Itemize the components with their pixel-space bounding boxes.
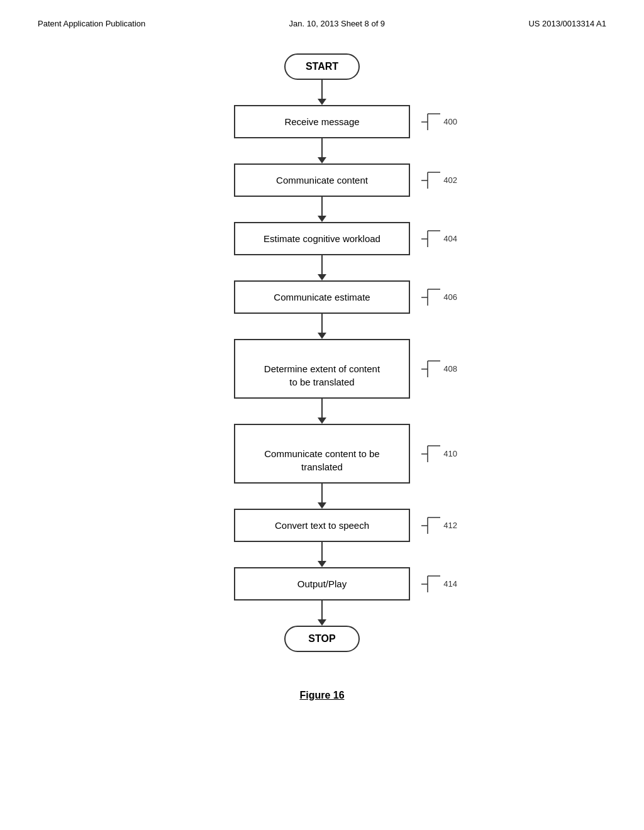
node-408: Determine extent of content to be transl… [234,339,410,399]
ref-406: 406 [418,288,457,307]
node-414-label: Output/Play [297,578,347,589]
ref-412: 412 [418,516,457,535]
ref-402: 402 [418,171,457,190]
node-412-label: Convert text to speech [275,520,369,531]
stop-node-wrapper: STOP [284,626,360,652]
node-406-wrapper: Communicate estimate 406 [234,280,410,314]
arrow-line-8 [321,542,323,561]
arrow-line-2 [321,138,323,157]
node-400-label: Receive message [284,116,359,127]
node-404-label: Estimate cognitive workload [264,233,380,244]
ref-400-label: 400 [443,117,457,126]
arrow-head-2 [318,157,326,163]
arrow-line-7 [321,484,323,502]
ref-408: 408 [418,360,457,379]
stop-node: STOP [284,626,360,652]
arrow-head-8 [318,561,326,567]
node-406-label: Communicate estimate [274,292,370,302]
ref-412-label: 412 [443,521,457,530]
flowchart: START Receive message 400 [234,53,410,652]
header-right: US 2013/0013314 A1 [528,19,606,28]
start-node-wrapper: START [284,53,360,80]
arrow-9 [318,600,326,626]
diagram-container: START Receive message 400 [38,53,606,652]
node-404: Estimate cognitive workload [234,222,410,255]
arrow-4 [318,255,326,280]
arrow-head-9 [318,619,326,626]
arrow-line-1 [321,80,323,99]
arrow-line-3 [321,197,323,216]
arrow-head-4 [318,274,326,280]
page-header: Patent Application Publication Jan. 10, … [38,19,606,28]
arrow-5 [318,314,326,339]
ref-406-label: 406 [443,292,457,302]
ref-410: 410 [418,445,457,463]
arrow-head-6 [318,418,326,424]
ref-414-label: 414 [443,579,457,589]
arrow-2 [318,138,326,163]
start-node: START [284,53,360,80]
node-408-wrapper: Determine extent of content to be transl… [234,339,410,399]
arrow-8 [318,542,326,567]
arrow-head-7 [318,502,326,509]
node-400-wrapper: Receive message 400 [234,105,410,138]
node-402-label: Communicate content [276,175,368,185]
arrow-line-5 [321,314,323,333]
node-410-label: Communicate content to be translated [264,448,379,472]
start-label: START [306,61,338,72]
header-left: Patent Application Publication [38,19,145,28]
node-402-wrapper: Communicate content 402 [234,163,410,197]
node-412: Convert text to speech [234,509,410,542]
ref-404-label: 404 [443,234,457,243]
ref-414: 414 [418,575,457,594]
node-400: Receive message [234,105,410,138]
node-414-wrapper: Output/Play 414 [234,567,410,600]
page: Patent Application Publication Jan. 10, … [0,0,644,830]
arrow-line-9 [321,600,323,619]
node-412-wrapper: Convert text to speech 412 [234,509,410,542]
header-center: Jan. 10, 2013 Sheet 8 of 9 [289,19,386,28]
node-410-wrapper: Communicate content to be translated 410 [234,424,410,484]
node-406: Communicate estimate [234,280,410,314]
node-414: Output/Play [234,567,410,600]
ref-400: 400 [418,113,457,131]
arrow-head-5 [318,333,326,339]
ref-402-label: 402 [443,175,457,185]
node-410: Communicate content to be translated [234,424,410,484]
node-402: Communicate content [234,163,410,197]
ref-410-label: 410 [443,449,457,458]
ref-404: 404 [418,230,457,248]
arrow-head-1 [318,99,326,105]
arrow-head-3 [318,216,326,222]
arrow-1 [318,80,326,105]
stop-label: STOP [308,633,335,644]
node-404-wrapper: Estimate cognitive workload 404 [234,222,410,255]
arrow-line-6 [321,399,323,418]
arrow-3 [318,197,326,222]
ref-408-label: 408 [443,364,457,374]
arrow-line-4 [321,255,323,274]
arrow-6 [318,399,326,424]
figure-caption: Figure 16 [38,690,606,701]
arrow-7 [318,484,326,509]
node-408-label: Determine extent of content to be transl… [264,363,380,387]
